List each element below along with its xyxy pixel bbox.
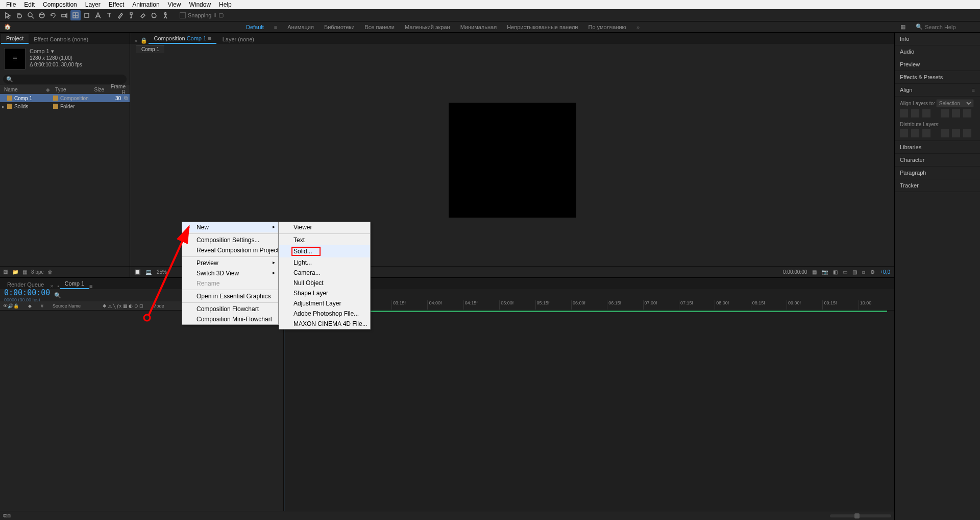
ctx-new-photoshop[interactable]: Adobe Photoshop File... [279,309,370,319]
zoom-tool-icon[interactable] [26,10,36,20]
ctx-mini-flowchart[interactable]: Composition Mini-Flowchart [182,314,278,324]
col-size[interactable]: Size [90,87,106,92]
panel-tracker[interactable]: Tracker [895,179,980,192]
context-submenu-new[interactable]: Viewer Text Solid... Light... Camera... … [279,222,371,329]
panel-info[interactable]: Info [895,33,980,45]
menu-edit[interactable]: Edit [20,1,39,8]
workspace-libraries[interactable]: Библиотеки [324,24,355,30]
ctx-comp-settings[interactable]: Composition Settings... [182,235,278,245]
comp-close-icon[interactable]: × [132,38,139,44]
selection-tool-icon[interactable] [3,10,13,20]
toggle-switches-icon[interactable]: ⧉ [3,512,7,519]
orbit-tool-icon[interactable] [37,10,47,20]
comp-name-label[interactable]: Comp 1 ▾ [30,48,82,55]
ctx-new-null[interactable]: Null Object [279,278,370,288]
menu-file[interactable]: File [2,1,20,8]
align-to-select[interactable]: Selection [937,100,973,107]
comp-subtab[interactable]: Comp 1 [136,45,164,53]
menu-window[interactable]: Window [185,1,215,8]
pen-tool-icon[interactable] [93,10,103,20]
col-type[interactable]: Type [53,87,90,92]
ctx-new-light[interactable]: Light... [279,257,370,268]
panel-align[interactable]: Align ≡ [895,84,980,97]
ctx-open-essential-graphics[interactable]: Open in Essential Graphics [182,291,278,301]
project-item-solids[interactable]: ▸ Solids Folder [0,102,130,110]
3d-icon[interactable]: ⧈ [862,269,865,275]
comp-lock-icon[interactable]: 🔒 [140,37,148,44]
ctx-new-adjustment[interactable]: Adjustment Layer [279,298,370,309]
camera-tool-icon[interactable] [59,10,69,20]
dist-vc-icon[interactable] [911,129,919,137]
dist-right-icon[interactable] [963,129,971,137]
panel-audio[interactable]: Audio [895,45,980,58]
workspace-default[interactable]: Default [246,24,264,30]
workspace-edit-icon[interactable]: ▦ [900,23,905,30]
rotate-tool-icon[interactable] [48,10,58,20]
mode-col[interactable]: Mode [153,303,164,309]
res-icon[interactable]: 💻 [145,269,152,275]
menu-view[interactable]: View [164,1,185,8]
work-area-bar[interactable] [284,311,887,312]
transparency-icon[interactable]: ▨ [852,269,857,275]
anchor-tool-icon[interactable] [70,10,81,20]
snapshot-icon[interactable]: 📷 [822,269,828,275]
num-col[interactable]: # [41,303,43,309]
region-icon[interactable]: ▭ [843,269,847,275]
help-search-input[interactable] [925,24,976,30]
tab-menu-icon[interactable]: ≡ [89,283,92,289]
mag-icon[interactable]: 🔲 [134,269,140,275]
workspace-overflow-icon[interactable]: » [636,24,640,30]
align-right-icon[interactable] [922,109,930,117]
workspace-smallscreen[interactable]: Маленький экран [405,24,450,30]
menu-help[interactable]: Help [215,1,236,8]
align-top-icon[interactable] [941,109,949,117]
zoom-dropdown[interactable]: 25% [157,269,167,275]
tab-close-icon[interactable]: × [50,283,53,289]
time-display[interactable]: 0:00:00:00 [783,269,807,275]
dist-hc-icon[interactable] [952,129,960,137]
panel-menu-icon[interactable]: ≡ [972,87,975,93]
ctx-reveal[interactable]: Reveal Composition in Project [182,245,278,255]
tab-composition[interactable]: Composition Comp 1 ≡ [149,34,216,44]
snap-extra-icon[interactable]: ⫴ [214,12,216,18]
align-left-icon[interactable] [900,109,908,117]
tab-timeline-comp[interactable]: Comp 1 [60,279,90,289]
ctx-new-solid[interactable]: Solid... [279,245,370,257]
panel-libraries[interactable]: Libraries [895,141,980,154]
exposure-value[interactable]: +0,0 [880,269,890,275]
new-folder-icon[interactable]: 📁 [12,269,18,275]
workspace-animation[interactable]: Анимация [287,24,314,30]
roto-tool-icon[interactable] [149,10,159,20]
ctx-new-viewer[interactable]: Viewer [279,222,370,232]
context-menu-main[interactable]: New Composition Settings... Reveal Compo… [182,222,279,325]
label-col-icon[interactable]: ◆ [46,87,53,92]
panel-character[interactable]: Character [895,154,980,167]
menu-composition[interactable]: Composition [39,1,81,8]
project-item-comp1[interactable]: Comp 1 Composition 30 ⧉ [0,94,130,102]
align-bottom-icon[interactable] [963,109,971,117]
shape-tool-icon[interactable] [82,10,92,20]
menu-animation[interactable]: Animation [128,1,163,8]
current-time-indicator[interactable] [284,311,284,511]
brush-tool-icon[interactable] [115,10,126,20]
workspace-default-ru[interactable]: По умолчанию [588,24,626,30]
ctx-new-c4d[interactable]: MAXON CINEMA 4D File... [279,319,370,329]
panel-preview[interactable]: Preview [895,58,980,71]
comp-tab-menu-icon[interactable]: ≡ [208,35,211,41]
panel-effects[interactable]: Effects & Presets [895,71,980,84]
trash-icon[interactable]: 🗑 [47,269,53,275]
dist-left-icon[interactable] [941,129,949,137]
snapping-checkbox[interactable] [180,12,186,18]
dist-top-icon[interactable] [900,129,908,137]
ctx-new-camera[interactable]: Camera... [279,268,370,278]
project-items-list[interactable]: Comp 1 Composition 30 ⧉ ▸ Solids Folder [0,94,130,266]
twirl-icon[interactable]: ▸ [2,104,7,109]
toggle-modes-icon[interactable]: ⧈ [7,512,11,519]
zoom-slider[interactable] [830,514,891,517]
workspace-allpanels[interactable]: Все панели [365,24,395,30]
switches-icons[interactable]: ✱ ◬ ╲ ƒx ▦ ◐ ⊙ ⊡ [103,303,143,309]
source-col[interactable]: Source Name [53,303,93,309]
ctx-new-text[interactable]: Text [279,235,370,245]
layer-list[interactable] [0,311,284,511]
ctx-preview[interactable]: Preview [182,258,278,268]
